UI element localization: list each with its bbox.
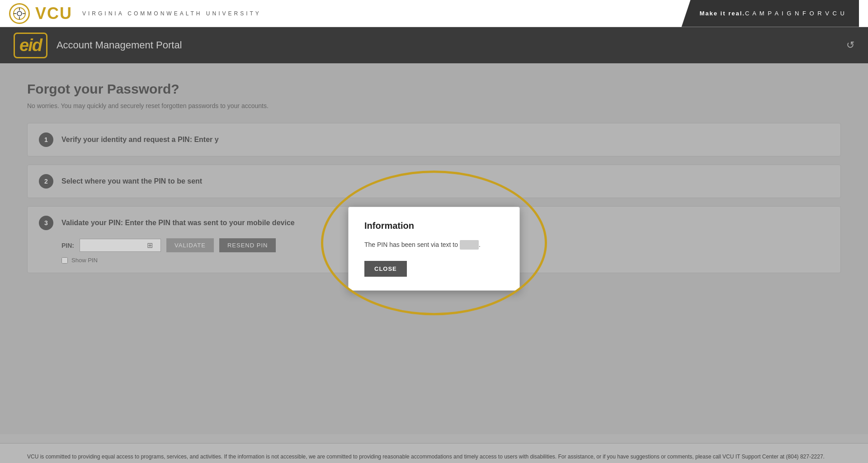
refresh-icon[interactable]: ↺ bbox=[846, 39, 854, 51]
vcu-campaign-banner: Make it real. C A M P A I G N F O R V C … bbox=[681, 0, 859, 27]
portal-title: Account Management Portal bbox=[57, 39, 182, 51]
vcu-top-bar: VCU VIRGINIA COMMONWEALTH UNIVERSITY Mak… bbox=[0, 0, 868, 27]
vcu-logo-area: VCU VIRGINIA COMMONWEALTH UNIVERSITY bbox=[9, 3, 261, 24]
modal-message: The PIN has been sent via text to ******… bbox=[364, 240, 504, 250]
account-header: eid Account Management Portal ↺ bbox=[0, 27, 868, 63]
modal-title: Information bbox=[364, 221, 504, 231]
vcu-subtitle: VIRGINIA COMMONWEALTH UNIVERSITY bbox=[82, 10, 261, 17]
close-modal-button[interactable]: CLOSE bbox=[364, 261, 407, 277]
vcu-logo-icon bbox=[9, 3, 30, 24]
modal-message-prefix: The PIN has been sent via text to bbox=[364, 241, 460, 248]
footer-text: VCU is committed to providing equal acce… bbox=[27, 453, 841, 461]
eid-logo: eid bbox=[14, 33, 47, 58]
vcu-name: VCU bbox=[35, 4, 72, 23]
main-content: Forgot your Password? No worries. You ma… bbox=[0, 63, 868, 434]
campaign-bold-text: Make it real. bbox=[699, 10, 745, 17]
footer: VCU is committed to providing equal acce… bbox=[0, 443, 868, 463]
modal-redacted-text: ******* bbox=[460, 240, 479, 250]
modal-message-suffix: . bbox=[479, 241, 481, 248]
modal-overlay: Information The PIN has been sent via te… bbox=[0, 63, 868, 434]
campaign-text: C A M P A I G N F O R V C U bbox=[745, 10, 845, 17]
svg-point-1 bbox=[17, 11, 22, 16]
modal-dialog: Information The PIN has been sent via te… bbox=[348, 207, 520, 291]
